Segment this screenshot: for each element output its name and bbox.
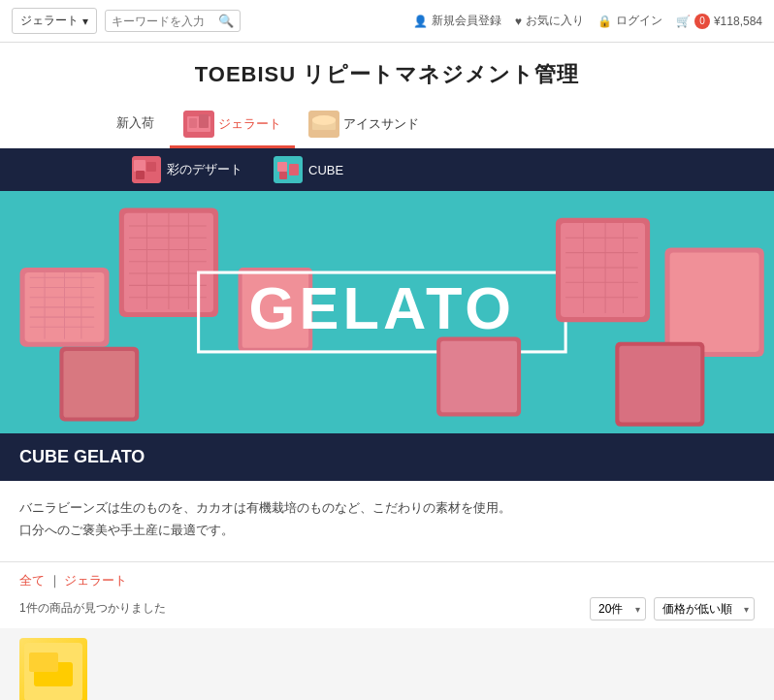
favorites-link[interactable]: ♥ お気に入り (515, 13, 584, 29)
svg-rect-63 (29, 652, 58, 672)
dropdown-cube[interactable]: CUBE (258, 148, 359, 191)
chevron-down-icon: ▾ (82, 15, 88, 28)
filter-controls: 20件 価格が低い順 (590, 597, 755, 620)
header-right: 👤 新規会員登録 ♥ お気に入り 🔒 ログイン 🛒 0 ¥118,584 (413, 13, 762, 29)
svg-rect-58 (440, 341, 517, 413)
svg-rect-44 (561, 223, 645, 317)
search-input[interactable] (112, 15, 218, 28)
category-label: ジェラート (20, 13, 79, 29)
breadcrumb-all[interactable]: 全て (19, 573, 45, 588)
new-arrivals-label: 新入荷 (116, 114, 154, 140)
svg-rect-8 (134, 160, 145, 172)
section-title: CUBE GELATO (19, 447, 145, 466)
description-section: バニラビーンズは生のものを、カカオは有機栽培のものなど、こだわりの素材を使用。 … (0, 481, 774, 562)
description-line2: 口分へのご褒美や手土産に最適です。 (19, 519, 755, 541)
tab-ice-sand[interactable]: アイスサンド (295, 105, 433, 148)
dropdown-irodori-label: 彩のデザート (167, 161, 242, 178)
cart-link[interactable]: 🛒 0 ¥118,584 (676, 14, 762, 29)
dropdown-nav: 彩のデザート CUBE (0, 148, 774, 191)
user-icon: 👤 (413, 15, 428, 28)
result-count: 1件の商品が見つかりました (19, 600, 166, 617)
results-filter-row: 1件の商品が見つかりました 20件 価格が低い順 (0, 593, 774, 628)
register-link[interactable]: 👤 新規会員登録 (413, 13, 501, 29)
heart-icon: ♥ (515, 15, 522, 28)
lock-icon: 🔒 (597, 15, 612, 28)
hero-background-svg: GELATO (0, 191, 774, 433)
svg-rect-12 (277, 162, 287, 172)
category-nav: 新入荷 ジェラート アイスサンド (0, 99, 774, 148)
page-title: TOEBISU リピートマネジメント管理 (0, 60, 774, 89)
product-thumbnail[interactable] (19, 638, 87, 700)
svg-rect-3 (199, 114, 209, 128)
search-icon[interactable]: 🔍 (218, 14, 234, 28)
product-area (0, 628, 774, 700)
cart-badge: 0 (694, 14, 710, 29)
page-title-section: TOEBISU リピートマネジメント管理 (0, 43, 774, 99)
tab-ice-sand-label: アイスサンド (343, 115, 419, 133)
sort-select[interactable]: 価格が低い順 (654, 597, 755, 620)
breadcrumb-current[interactable]: ジェラート (64, 573, 127, 588)
hero-banner: GELATO (0, 191, 774, 433)
breadcrumb: 全て ｜ ジェラート (19, 572, 127, 589)
svg-rect-2 (189, 118, 197, 128)
svg-rect-10 (136, 171, 145, 179)
description-line1: バニラビーンズは生のものを、カカオは有機栽培のものなど、こだわりの素材を使用。 (19, 496, 755, 519)
header-left: ジェラート ▾ 🔍 (12, 8, 241, 34)
product-thumb-svg (24, 643, 82, 700)
dropdown-irodori[interactable]: 彩のデザート (116, 148, 258, 191)
category-dropdown[interactable]: ジェラート ▾ (12, 8, 97, 34)
svg-rect-56 (63, 351, 135, 418)
ice-sand-thumb (308, 111, 339, 138)
per-page-wrapper[interactable]: 20件 (590, 597, 646, 620)
per-page-select[interactable]: 20件 (590, 597, 646, 620)
tab-gelato-label: ジェラート (218, 115, 281, 133)
cart-icon: 🛒 (676, 15, 691, 28)
login-link[interactable]: 🔒 ログイン (597, 13, 662, 29)
gelato-thumb (183, 111, 214, 138)
svg-rect-60 (619, 346, 700, 423)
cube-thumb (274, 156, 303, 183)
header: ジェラート ▾ 🔍 👤 新規会員登録 ♥ お気に入り 🔒 ログイン 🛒 0 ¥1… (0, 0, 774, 43)
tab-gelato[interactable]: ジェラート (170, 105, 295, 148)
breadcrumb-separator: ｜ (48, 573, 61, 588)
sort-wrapper[interactable]: 価格が低い順 (654, 597, 755, 620)
svg-rect-9 (146, 162, 156, 172)
irodori-thumb (132, 156, 161, 183)
svg-text:GELATO: GELATO (249, 274, 516, 341)
svg-rect-13 (289, 164, 299, 175)
svg-point-6 (312, 115, 336, 125)
svg-rect-14 (279, 172, 287, 179)
search-box: 🔍 (105, 10, 241, 32)
filter-row: 全て ｜ ジェラート (0, 562, 774, 593)
dropdown-cube-label: CUBE (308, 163, 343, 177)
svg-rect-54 (670, 253, 759, 352)
section-title-bar: CUBE GELATO (0, 433, 774, 481)
